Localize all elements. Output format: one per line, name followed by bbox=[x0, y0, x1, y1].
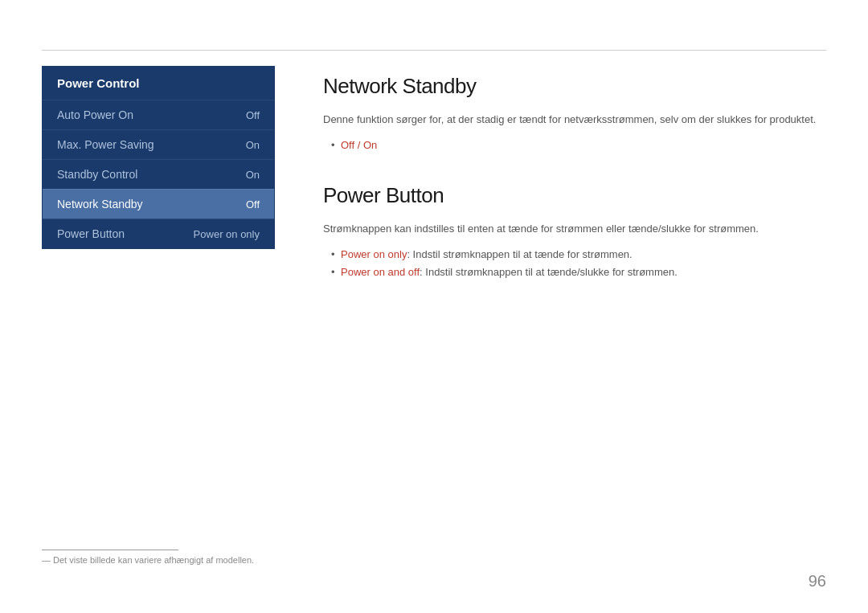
bullet-power-on-and-off: Power on and off: Indstil strømknappen t… bbox=[331, 264, 826, 281]
sidebar-item-power-button-value: Power on only bbox=[194, 228, 260, 240]
sidebar: Power Control Auto Power On Off Max. Pow… bbox=[42, 66, 275, 581]
sidebar-item-network-standby[interactable]: Network Standby Off bbox=[43, 189, 274, 219]
highlight-power-on-and-off: Power on and off bbox=[341, 266, 420, 278]
section-network-standby-desc: Denne funktion sørger for, at der stadig… bbox=[323, 112, 826, 129]
page-number: 96 bbox=[809, 572, 826, 591]
content-area: Network Standby Denne funktion sørger fo… bbox=[323, 66, 826, 581]
top-divider bbox=[42, 50, 826, 51]
sidebar-item-max-power-saving[interactable]: Max. Power Saving On bbox=[43, 129, 274, 159]
sidebar-item-max-power-saving-label: Max. Power Saving bbox=[57, 138, 154, 151]
sidebar-item-auto-power-on[interactable]: Auto Power On Off bbox=[43, 100, 274, 129]
menu-header: Power Control bbox=[43, 67, 274, 100]
section-network-standby-bullets: Off / On bbox=[323, 137, 826, 154]
section-network-standby: Network Standby Denne funktion sørger fo… bbox=[323, 74, 826, 154]
sidebar-item-auto-power-on-label: Auto Power On bbox=[57, 108, 133, 121]
menu-container: Power Control Auto Power On Off Max. Pow… bbox=[42, 66, 275, 249]
bullet-off-on: Off / On bbox=[331, 137, 826, 154]
bullet-power-on-only-rest: : Indstil strømknappen til at tænde for … bbox=[407, 248, 632, 260]
section-power-button: Power Button Strømknappen kan indstilles… bbox=[323, 183, 826, 281]
sidebar-item-auto-power-on-value: Off bbox=[246, 109, 260, 121]
sidebar-item-network-standby-label: Network Standby bbox=[57, 198, 143, 210]
sidebar-item-standby-control-label: Standby Control bbox=[57, 168, 137, 181]
main-content: Power Control Auto Power On Off Max. Pow… bbox=[42, 66, 826, 581]
sidebar-item-max-power-saving-value: On bbox=[246, 139, 260, 151]
sidebar-item-power-button-label: Power Button bbox=[57, 227, 125, 240]
bullet-power-on-and-off-rest: : Indstil strømknappen til at tænde/sluk… bbox=[420, 266, 678, 278]
bullet-power-on-only: Power on only: Indstil strømknappen til … bbox=[331, 246, 826, 264]
section-power-button-title: Power Button bbox=[323, 183, 826, 208]
sidebar-item-network-standby-value: Off bbox=[246, 198, 260, 210]
sidebar-item-standby-control-value: On bbox=[246, 169, 260, 181]
footnote-area: ― Det viste billede kan variere afhængig… bbox=[42, 550, 254, 565]
highlight-power-on-only: Power on only bbox=[341, 248, 407, 260]
section-power-button-bullets: Power on only: Indstil strømknappen til … bbox=[323, 246, 826, 281]
footnote-divider bbox=[42, 550, 178, 550]
section-power-button-desc: Strømknappen kan indstilles til enten at… bbox=[323, 221, 826, 238]
highlight-off-on: Off / On bbox=[341, 139, 377, 151]
sidebar-item-standby-control[interactable]: Standby Control On bbox=[43, 159, 274, 189]
sidebar-item-power-button[interactable]: Power Button Power on only bbox=[43, 219, 274, 248]
footnote-text: ― Det viste billede kan variere afhængig… bbox=[42, 555, 254, 565]
section-network-standby-title: Network Standby bbox=[323, 74, 826, 99]
